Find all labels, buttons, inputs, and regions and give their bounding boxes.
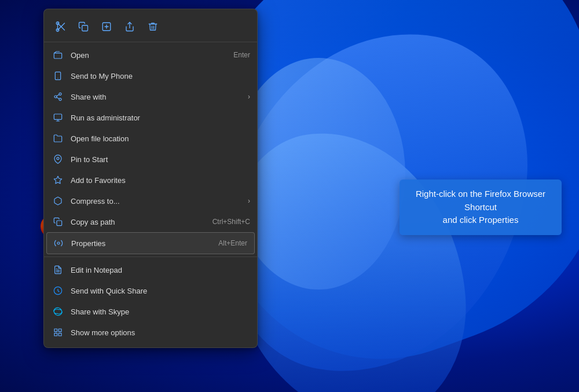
svg-rect-26 bbox=[54, 329, 57, 332]
open-shortcut: Enter bbox=[233, 51, 250, 59]
admin-icon bbox=[52, 112, 64, 123]
skype-icon bbox=[52, 306, 64, 317]
share-with-label: Share with bbox=[71, 93, 106, 101]
rename-icon bbox=[101, 21, 112, 32]
menu-item-favorites[interactable]: Add to Favorites bbox=[44, 170, 257, 190]
menu-open-label: Open bbox=[71, 51, 89, 60]
edit-notepad-label: Edit in Notepad bbox=[71, 266, 122, 274]
properties-icon bbox=[53, 237, 64, 249]
copy-path-shortcut: Ctrl+Shift+C bbox=[212, 218, 250, 226]
properties-label: Properties bbox=[71, 239, 105, 248]
add-favorites-label: Add to Favorites bbox=[71, 176, 126, 185]
svg-rect-9 bbox=[55, 72, 60, 79]
share-with-arrow: › bbox=[248, 93, 250, 101]
tooltip-line2: and click Properties bbox=[443, 215, 519, 225]
compress-icon bbox=[52, 195, 64, 207]
send-phone-label: Send to My Phone bbox=[71, 72, 133, 80]
open-file-location-label: Open file location bbox=[71, 134, 129, 143]
menu-divider bbox=[44, 257, 257, 257]
context-menu-toolbar bbox=[44, 14, 257, 42]
pin-start-label: Pin to Start bbox=[71, 155, 108, 164]
copy-path-label: Copy as path bbox=[71, 218, 115, 226]
context-menu: Open Enter Send to My Phone Share with › bbox=[43, 9, 258, 348]
more-options-icon bbox=[52, 327, 64, 338]
menu-item-quick-share[interactable]: Send with Quick Share bbox=[44, 280, 257, 301]
folder-icon bbox=[52, 133, 64, 144]
svg-line-15 bbox=[57, 94, 60, 96]
menu-item-share-with[interactable]: Share with › bbox=[44, 86, 257, 107]
rename-button[interactable] bbox=[97, 17, 116, 36]
notepad-icon bbox=[52, 264, 64, 276]
menu-item-properties[interactable]: Properties Alt+Enter bbox=[46, 232, 255, 254]
menu-item-send-phone[interactable]: Send to My Phone bbox=[44, 65, 257, 86]
pin-icon bbox=[52, 153, 64, 165]
quickshare-icon bbox=[52, 285, 64, 296]
svg-line-14 bbox=[57, 97, 60, 99]
svg-rect-21 bbox=[57, 221, 62, 226]
more-options-label: Show more options bbox=[71, 328, 135, 337]
share-toolbar-button[interactable] bbox=[120, 17, 139, 36]
svg-point-22 bbox=[57, 242, 60, 244]
compress-label: Compress to... bbox=[71, 197, 120, 206]
share-with-icon bbox=[52, 91, 64, 102]
instruction-tooltip: Right-click on the Firefox Browser Short… bbox=[400, 179, 562, 235]
open-icon bbox=[52, 49, 64, 61]
menu-item-compress[interactable]: Compress to... › bbox=[44, 190, 257, 211]
copy-icon bbox=[78, 21, 89, 32]
run-admin-label: Run as administrator bbox=[71, 113, 140, 122]
properties-shortcut: Alt+Enter bbox=[218, 239, 247, 247]
quick-share-label: Send with Quick Share bbox=[71, 287, 147, 295]
menu-item-open-file-location[interactable]: Open file location bbox=[44, 128, 257, 149]
share-toolbar-icon bbox=[124, 21, 135, 32]
delete-button[interactable] bbox=[144, 17, 162, 36]
delete-icon bbox=[148, 21, 158, 32]
svg-point-19 bbox=[57, 157, 59, 160]
svg-marker-20 bbox=[54, 176, 61, 184]
menu-item-open[interactable]: Open Enter bbox=[44, 45, 257, 65]
svg-rect-16 bbox=[54, 114, 61, 119]
phone-icon bbox=[52, 70, 64, 82]
bg-wave-4 bbox=[232, 58, 405, 290]
compress-arrow: › bbox=[248, 197, 250, 205]
svg-rect-8 bbox=[54, 53, 61, 58]
copy-path-icon bbox=[52, 216, 64, 228]
menu-item-edit-notepad[interactable]: Edit in Notepad bbox=[44, 259, 257, 280]
star-icon bbox=[52, 174, 64, 186]
svg-rect-27 bbox=[58, 329, 61, 332]
skype-label: Share with Skype bbox=[71, 307, 129, 316]
menu-item-run-admin[interactable]: Run as administrator bbox=[44, 107, 257, 128]
menu-item-copy-path[interactable]: Copy as path Ctrl+Shift+C bbox=[44, 211, 257, 232]
menu-item-skype[interactable]: Share with Skype bbox=[44, 301, 257, 322]
tooltip-line1: Right-click on the Firefox Browser Short… bbox=[416, 189, 545, 212]
copy-button[interactable] bbox=[74, 17, 93, 36]
cut-button[interactable] bbox=[51, 17, 69, 36]
menu-item-more-options[interactable]: Show more options bbox=[44, 322, 257, 343]
svg-rect-29 bbox=[58, 333, 61, 336]
menu-item-pin-start[interactable]: Pin to Start bbox=[44, 149, 257, 170]
svg-rect-28 bbox=[54, 333, 57, 336]
svg-rect-5 bbox=[82, 25, 88, 31]
cut-icon bbox=[55, 21, 65, 32]
